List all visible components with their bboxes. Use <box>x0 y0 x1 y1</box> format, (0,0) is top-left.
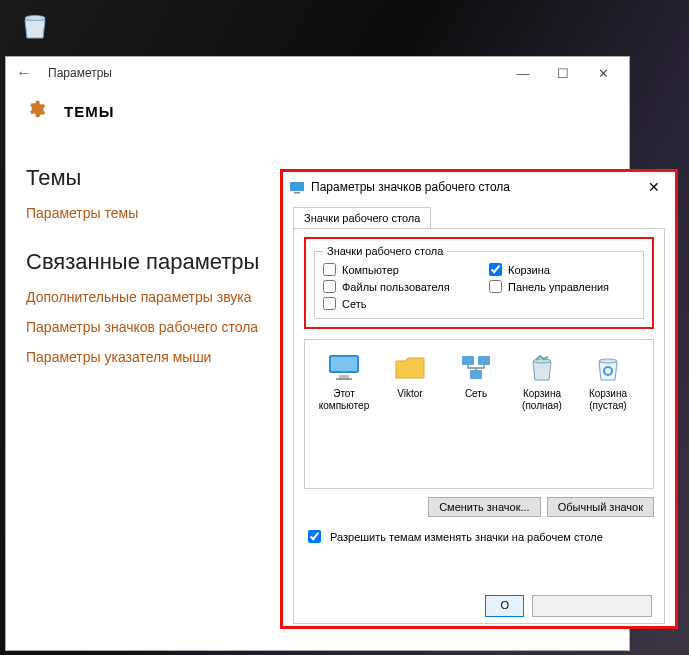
desktop-recycle-bin[interactable] <box>15 10 55 46</box>
checkbox-userfiles-input[interactable] <box>323 280 336 293</box>
checkbox-computer-label: Компьютер <box>342 264 399 276</box>
recycle-full-icon <box>528 353 556 383</box>
svg-rect-1 <box>290 182 304 191</box>
dialog-tabstrip: Значки рабочего стола <box>293 206 665 228</box>
recycle-bin-icon <box>19 10 51 42</box>
svg-rect-6 <box>336 378 352 380</box>
checkbox-recycle[interactable]: Корзина <box>489 263 635 276</box>
settings-title: Параметры <box>36 66 503 80</box>
icon-network[interactable]: Сеть <box>443 350 509 412</box>
dialog-app-icon <box>289 179 305 195</box>
change-icon-button[interactable]: Сменить значок... <box>428 497 541 517</box>
icon-user-folder[interactable]: Viktor <box>377 350 443 412</box>
svg-rect-4 <box>331 357 357 371</box>
icon-preview-box: Этот компьютер Viktor Сеть Корзина (полн… <box>304 339 654 489</box>
dialog-title: Параметры значков рабочего стола <box>311 180 639 194</box>
checkbox-computer[interactable]: Компьютер <box>323 263 469 276</box>
dialog-panel: Значки рабочего стола Компьютер Корзина … <box>293 228 665 624</box>
desktop-icon-settings-dialog: Параметры значков рабочего стола ✕ Значк… <box>280 169 678 629</box>
icon-user-folder-label: Viktor <box>377 388 443 412</box>
minimize-button[interactable]: — <box>503 66 543 81</box>
icon-recycle-full-label: Корзина (полная) <box>509 388 575 412</box>
icon-recycle-empty-label: Корзина (пустая) <box>575 388 641 412</box>
icon-this-pc-label: Этот компьютер <box>311 388 377 412</box>
recycle-empty-icon <box>594 353 622 383</box>
desktop-icons-fieldset: Значки рабочего стола Компьютер Корзина … <box>314 245 644 319</box>
default-icon-button[interactable]: Обычный значок <box>547 497 654 517</box>
dialog-close-button[interactable]: ✕ <box>639 179 669 195</box>
checkbox-network-label: Сеть <box>342 298 366 310</box>
ok-button[interactable]: О <box>485 595 524 617</box>
checkbox-network[interactable]: Сеть <box>323 297 469 310</box>
icon-this-pc[interactable]: Этот компьютер <box>311 350 377 412</box>
checkbox-computer-input[interactable] <box>323 263 336 276</box>
svg-rect-8 <box>478 356 490 365</box>
back-button[interactable]: ← <box>12 64 36 82</box>
allow-themes-label: Разрешить темам изменять значки на рабоч… <box>330 531 603 543</box>
icon-recycle-full[interactable]: Корзина (полная) <box>509 350 575 412</box>
svg-point-11 <box>599 359 617 363</box>
folder-icon <box>393 353 427 383</box>
allow-themes-checkbox[interactable]: Разрешить темам изменять значки на рабоч… <box>304 527 654 546</box>
allow-themes-input[interactable] <box>308 530 321 543</box>
network-icon <box>459 353 493 383</box>
checkbox-controlpanel-input[interactable] <box>489 280 502 293</box>
checkbox-recycle-label: Корзина <box>508 264 550 276</box>
svg-rect-9 <box>470 370 482 379</box>
checkbox-recycle-input[interactable] <box>489 263 502 276</box>
monitor-icon <box>327 353 361 383</box>
maximize-button[interactable]: ☐ <box>543 66 583 81</box>
settings-header: ТЕМЫ <box>6 89 629 137</box>
gear-icon <box>26 99 46 123</box>
svg-rect-7 <box>462 356 474 365</box>
checkbox-userfiles[interactable]: Файлы пользователя <box>323 280 469 293</box>
settings-heading: ТЕМЫ <box>64 103 114 120</box>
svg-rect-2 <box>294 192 300 194</box>
checkbox-controlpanel[interactable]: Панель управления <box>489 280 635 293</box>
tab-desktop-icons[interactable]: Значки рабочего стола <box>293 207 431 229</box>
icon-network-label: Сеть <box>443 388 509 412</box>
obscured-button[interactable] <box>532 595 652 617</box>
checkbox-controlpanel-label: Панель управления <box>508 281 609 293</box>
icon-recycle-empty[interactable]: Корзина (пустая) <box>575 350 641 412</box>
fieldset-legend: Значки рабочего стола <box>323 245 447 257</box>
close-button[interactable]: ✕ <box>583 66 623 81</box>
checkbox-userfiles-label: Файлы пользователя <box>342 281 450 293</box>
settings-titlebar: ← Параметры — ☐ ✕ <box>6 57 629 89</box>
highlighted-checkbox-group: Значки рабочего стола Компьютер Корзина … <box>304 237 654 329</box>
checkbox-network-input[interactable] <box>323 297 336 310</box>
svg-point-0 <box>25 16 45 21</box>
dialog-titlebar: Параметры значков рабочего стола ✕ <box>283 172 675 202</box>
svg-rect-5 <box>339 375 349 378</box>
